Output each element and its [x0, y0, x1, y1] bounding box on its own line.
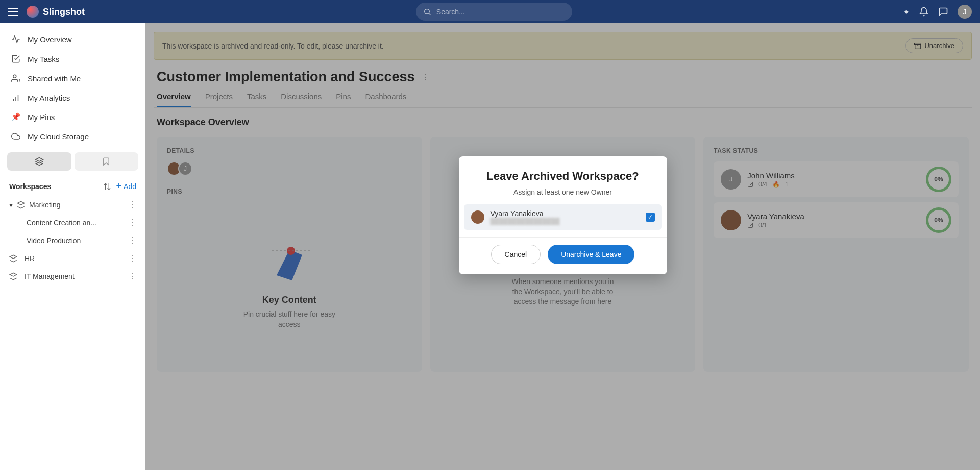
workspace-marketing[interactable]: ▾ Marketing ⋮	[4, 196, 141, 214]
brand-name: Slingshot	[43, 7, 85, 17]
cancel-button[interactable]: Cancel	[491, 245, 541, 264]
users-icon	[11, 74, 20, 83]
sort-icon[interactable]	[103, 182, 111, 191]
workspace-it[interactable]: IT Management⋮	[4, 267, 141, 285]
workspace-content-creation[interactable]: Content Creation an...⋮	[4, 214, 141, 231]
add-workspace[interactable]: +Add	[116, 181, 136, 192]
unarchive-leave-button[interactable]: Unarchive & Leave	[548, 245, 634, 264]
workspaces-heading: Workspaces	[9, 182, 51, 191]
layers-icon	[17, 201, 25, 209]
chevron-down-icon: ▾	[9, 201, 13, 209]
activity-icon	[11, 35, 20, 44]
brand[interactable]: Slingshot	[27, 6, 85, 18]
svg-point-0	[424, 9, 429, 14]
bar-chart-icon	[11, 93, 20, 102]
logo-icon	[27, 6, 39, 18]
more-icon[interactable]: ⋮	[128, 253, 136, 263]
workspace-hr[interactable]: HR⋮	[4, 249, 141, 267]
search-icon	[423, 7, 431, 16]
nav-shared[interactable]: Shared with Me	[4, 68, 141, 88]
layers-icon	[9, 272, 17, 280]
svg-marker-9	[10, 273, 16, 276]
sidebar: My Overview My Tasks Shared with Me My A…	[0, 24, 145, 470]
sparkle-icon[interactable]: ✦	[903, 7, 910, 17]
search-input[interactable]	[436, 8, 565, 16]
svg-point-2	[13, 75, 16, 78]
modal-subtitle: Assign at least one new Owner	[459, 188, 667, 204]
cloud-icon	[11, 132, 20, 141]
more-icon[interactable]: ⋮	[128, 271, 136, 281]
tab-bookmarks[interactable]	[75, 152, 139, 171]
layers-icon	[35, 157, 44, 166]
nav-my-overview[interactable]: My Overview	[4, 30, 141, 49]
svg-line-1	[429, 13, 430, 15]
modal-backdrop[interactable]: Leave Archived Workspace? Assign at leas…	[145, 24, 980, 470]
check-square-icon	[11, 54, 20, 63]
owner-name: Vyara Yanakieva	[491, 209, 640, 218]
modal-title: Leave Archived Workspace?	[459, 156, 667, 188]
nav-pins[interactable]: 📌My Pins	[4, 107, 141, 127]
leave-workspace-modal: Leave Archived Workspace? Assign at leas…	[459, 156, 667, 274]
app-header: Slingshot ✦ J	[0, 0, 980, 24]
chat-icon[interactable]	[938, 7, 948, 17]
bookmark-icon	[102, 157, 111, 166]
svg-marker-6	[35, 158, 43, 162]
main-content: This workspace is archived and read-only…	[145, 24, 980, 470]
owner-option[interactable]: Vyara Yanakieva ████████████████ ✓	[464, 204, 662, 230]
user-avatar[interactable]: J	[958, 5, 972, 19]
owner-email: ████████████████	[491, 218, 640, 225]
nav-cloud[interactable]: My Cloud Storage	[4, 127, 141, 146]
more-icon[interactable]: ⋮	[128, 236, 136, 245]
plus-icon: +	[116, 181, 122, 192]
nav-analytics[interactable]: My Analytics	[4, 88, 141, 107]
menu-icon[interactable]	[8, 8, 18, 16]
svg-marker-8	[10, 255, 16, 258]
layers-icon	[9, 254, 17, 263]
pin-icon: 📌	[11, 112, 20, 122]
more-icon[interactable]: ⋮	[128, 218, 136, 227]
bell-icon[interactable]	[919, 7, 929, 17]
tab-workspaces[interactable]	[7, 152, 71, 171]
more-icon[interactable]: ⋮	[128, 200, 136, 209]
avatar	[471, 210, 484, 224]
svg-marker-7	[17, 201, 24, 205]
workspace-video-production[interactable]: Video Production⋮	[4, 231, 141, 249]
nav-my-tasks[interactable]: My Tasks	[4, 49, 141, 68]
search-box[interactable]	[416, 3, 572, 21]
owner-checkbox[interactable]: ✓	[646, 213, 655, 222]
